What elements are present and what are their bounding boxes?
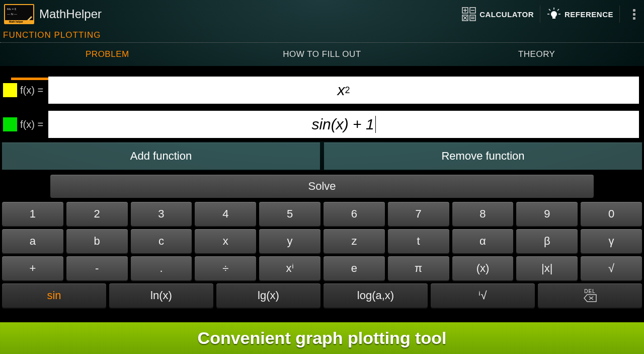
key-4[interactable]: 4 <box>195 202 256 226</box>
promo-banner: Convenient graph plotting tool <box>0 322 644 354</box>
svg-line-21 <box>557 9 559 11</box>
key-sqrt[interactable]: √ <box>581 256 642 280</box>
color-swatch-1[interactable] <box>3 83 17 97</box>
keypad: 1 2 3 4 5 6 7 8 9 0 a b c x y z t α β γ … <box>0 201 644 312</box>
key-delete[interactable]: DEL <box>538 284 642 308</box>
tab-how-to-fill-out[interactable]: HOW TO FILL OUT <box>215 43 430 66</box>
add-function-button[interactable]: Add function <box>2 143 320 170</box>
key-1[interactable]: 1 <box>2 202 63 226</box>
app-icon: Mx = Σ — N — Math helper <box>4 4 34 24</box>
key-y[interactable]: y <box>259 229 320 253</box>
calculator-icon <box>461 7 476 22</box>
key-beta[interactable]: β <box>516 229 578 253</box>
function-label-2: f(x) = <box>20 119 48 130</box>
svg-text:— N —: — N — <box>7 13 17 16</box>
function-value-1-base: x <box>337 82 345 99</box>
function-value-1-exp: 2 <box>345 85 350 96</box>
key-lg[interactable]: lg(x) <box>216 284 320 308</box>
separator <box>619 6 620 23</box>
svg-rect-14 <box>470 15 475 21</box>
function-value-2: sin(x) + 1 <box>311 116 374 133</box>
key-c[interactable]: c <box>131 229 192 253</box>
backspace-icon <box>584 294 597 302</box>
key-x[interactable]: x <box>195 229 256 253</box>
function-input-1[interactable]: x2 <box>48 77 639 104</box>
svg-text:Math helper: Math helper <box>9 20 23 23</box>
key-ln[interactable]: ln(x) <box>109 284 213 308</box>
solve-button[interactable]: Solve <box>50 175 594 198</box>
color-swatch-2[interactable] <box>3 117 17 131</box>
key-nthroot[interactable]: ⁱ√ <box>431 284 535 308</box>
text-caret <box>375 116 376 133</box>
key-delete-label: DEL <box>584 289 595 294</box>
key-minus[interactable]: - <box>66 256 128 280</box>
key-3[interactable]: 3 <box>131 202 192 226</box>
reference-button[interactable]: REFERENCE <box>546 7 613 22</box>
key-gamma[interactable]: γ <box>581 229 642 253</box>
function-input-2[interactable]: sin(x) + 1 <box>48 111 639 138</box>
svg-rect-18 <box>552 17 555 19</box>
function-row-2: f(x) = sin(x) + 1 <box>0 107 644 141</box>
key-b[interactable]: b <box>66 229 128 253</box>
key-plus[interactable]: + <box>2 256 63 280</box>
overflow-menu-button[interactable] <box>628 9 640 20</box>
key-sin[interactable]: sin <box>2 284 106 308</box>
key-a[interactable]: a <box>2 229 63 253</box>
key-power[interactable]: xⁱ <box>259 256 320 280</box>
calculator-button[interactable]: CALCULATOR <box>461 7 534 22</box>
key-z[interactable]: z <box>324 229 385 253</box>
function-label-1: f(x) = <box>20 85 48 96</box>
key-pi[interactable]: π <box>388 256 449 280</box>
key-7[interactable]: 7 <box>388 202 449 226</box>
key-2[interactable]: 2 <box>66 202 128 226</box>
svg-point-17 <box>551 11 557 17</box>
svg-line-20 <box>549 9 550 11</box>
reference-label: REFERENCE <box>565 10 613 19</box>
function-row-1: f(x) = x2 <box>0 73 644 107</box>
app-title: MathHelper <box>39 7 102 21</box>
key-0[interactable]: 0 <box>581 202 642 226</box>
calculator-label: CALCULATOR <box>479 10 534 19</box>
key-dot[interactable]: . <box>131 256 192 280</box>
key-5[interactable]: 5 <box>259 202 320 226</box>
key-e[interactable]: e <box>324 256 385 280</box>
key-divide[interactable]: ÷ <box>195 256 256 280</box>
key-6[interactable]: 6 <box>324 202 385 226</box>
separator <box>540 6 540 23</box>
key-log[interactable]: log(a,x) <box>324 284 428 308</box>
key-alpha[interactable]: α <box>452 229 514 253</box>
section-title: FUNCTION PLOTTING <box>0 28 644 41</box>
key-9[interactable]: 9 <box>516 202 578 226</box>
svg-text:Mx = Σ: Mx = Σ <box>7 8 17 11</box>
tab-theory[interactable]: THEORY <box>429 43 644 66</box>
remove-function-button[interactable]: Remove function <box>324 143 642 170</box>
key-t[interactable]: t <box>388 229 449 253</box>
tab-problem[interactable]: PROBLEM <box>0 43 215 66</box>
key-abs[interactable]: |x| <box>516 256 578 280</box>
key-parens[interactable]: (x) <box>452 256 514 280</box>
key-8[interactable]: 8 <box>452 202 514 226</box>
lightbulb-icon <box>546 7 561 22</box>
